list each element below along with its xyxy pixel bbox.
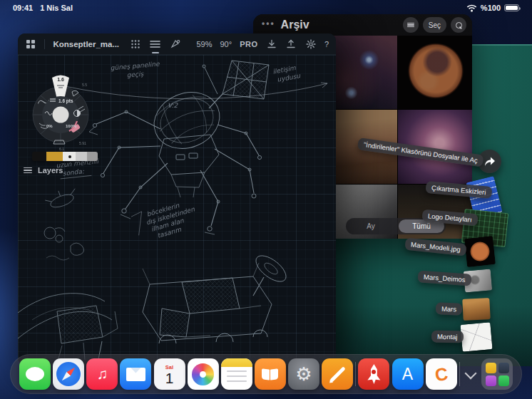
flower-icon (192, 363, 214, 385)
dock-collapse-button[interactable] (462, 366, 479, 383)
window-menu-button[interactable]: ••• (262, 19, 275, 28)
grid-2x2-icon (26, 39, 36, 49)
file-thumb-mars-model[interactable] (464, 236, 496, 267)
archive-title: Arşiv (281, 19, 310, 31)
app-menu-button[interactable] (25, 38, 36, 51)
svg-text:geçiş: geçiş (126, 70, 144, 78)
dock-app-books[interactable] (255, 358, 286, 390)
layers-label: Layers (38, 166, 63, 175)
dock-app-music[interactable] (86, 358, 118, 390)
import-button[interactable] (265, 38, 277, 51)
dock-app-messages[interactable] (19, 358, 51, 390)
tool-wheel-center[interactable] (53, 107, 69, 123)
import-icon (267, 39, 277, 49)
layers-icon (24, 166, 32, 175)
stroke-tool-button[interactable] (169, 38, 180, 51)
search-icon (456, 22, 462, 28)
swatch-light-gray[interactable] (76, 152, 87, 161)
select-button[interactable]: Seç (423, 17, 446, 33)
layers-toggle[interactable]: Layers (24, 166, 63, 175)
dock-app-rocket[interactable] (358, 358, 389, 390)
dock-app-library[interactable] (481, 358, 513, 390)
stroke-size-value: 1.6 pts (58, 98, 73, 104)
drawing-canvas[interactable]: güneş paneline geçiş iletişim uydusu V:2… (18, 55, 336, 365)
share-forward-icon (484, 156, 496, 167)
wifi-icon (466, 4, 477, 12)
appstore-icon (402, 365, 413, 384)
precision-grid-button[interactable] (130, 38, 141, 51)
dock-app-mail[interactable] (120, 358, 151, 390)
list-icon (407, 21, 414, 28)
pro-badge[interactable]: PRO (240, 40, 257, 48)
canvas-rotation[interactable]: 90° (220, 40, 232, 48)
file-thumb-montaj[interactable] (460, 322, 492, 352)
tool-wheel[interactable]: 1.6 5.5 5.91 6.1 (26, 71, 98, 157)
annotation-satellite-note: iletişim uydusu (272, 63, 302, 83)
svg-text:güneş paneline: güneş paneline (110, 60, 160, 71)
export-button[interactable] (285, 38, 297, 51)
status-time: 09:41 (13, 4, 33, 12)
file-label-montaj[interactable]: Montaj (431, 331, 464, 343)
music-note-icon (96, 366, 108, 383)
compass-icon (56, 362, 81, 386)
file-label-mars[interactable]: Mars (436, 302, 463, 315)
status-date: 1 Nis Sal (40, 4, 73, 12)
swatch-black[interactable] (32, 152, 46, 161)
stacked-lines-icon (150, 40, 160, 48)
ipad-screen: 09:41 1 Nis Sal %100 ••• Arşiv Seç (0, 0, 532, 399)
dock-app-calendar[interactable]: Sal 1 (154, 358, 185, 390)
swatch-gold[interactable] (46, 152, 63, 161)
gear-icon (306, 39, 316, 49)
dock-app-concepts[interactable] (322, 358, 353, 390)
export-icon (286, 39, 296, 49)
layers-panel-button[interactable] (150, 38, 161, 51)
dock: Sal 1 (10, 354, 522, 394)
dock-divider (355, 362, 356, 386)
dock-app-settings[interactable] (288, 358, 319, 390)
app-library-tile (486, 375, 496, 386)
dock-app-notes[interactable] (221, 358, 252, 390)
calendar-day: 1 (165, 370, 174, 386)
envelope-icon (126, 368, 145, 381)
open-book-icon (262, 369, 278, 380)
app-library-tile (486, 363, 496, 373)
notes-icon (221, 358, 252, 367)
svg-text:sonda:: sonda: (62, 167, 85, 177)
chat-bubble-icon (26, 367, 44, 381)
app-library-tile (498, 363, 509, 373)
document-title[interactable]: Konseptler_ma... (53, 40, 119, 48)
svg-text:5.5: 5.5 (82, 83, 87, 87)
pod-sketches (44, 185, 83, 260)
battery-icon (504, 4, 519, 11)
search-button[interactable] (451, 17, 466, 33)
segment-month[interactable]: Ay (346, 222, 396, 230)
battery-percent: %100 (481, 4, 501, 12)
opacity-min: 0% (46, 124, 53, 128)
color-swatch-bar[interactable] (32, 152, 98, 161)
crayon-icon (435, 364, 448, 385)
dock-app-appstore[interactable] (392, 358, 424, 390)
concepts-window: Konseptler_ma... 59% 90° PRO ? (18, 33, 336, 365)
gear-icon (295, 365, 312, 383)
dock-divider (459, 362, 460, 386)
rocket-icon (367, 364, 381, 384)
file-thumb-mars[interactable] (462, 298, 491, 321)
concepts-toolbar: Konseptler_ma... 59% 90° PRO ? (18, 33, 336, 55)
settings-button[interactable] (305, 38, 316, 51)
svg-text:6.1: 6.1 (59, 147, 64, 151)
pen-nib-icon (170, 39, 180, 49)
zoom-level[interactable]: 59% (196, 40, 212, 48)
swatch-white-selected[interactable] (63, 152, 76, 161)
grid-dots-icon (131, 39, 140, 49)
app-library-tile (498, 375, 509, 386)
view-options-button[interactable] (403, 17, 419, 33)
swatch-gray[interactable] (87, 152, 98, 161)
dock-app-crayon[interactable] (426, 358, 457, 390)
help-button[interactable]: ? (324, 40, 329, 48)
annotation-design-note: böceklerin dış iskeletinden ilham alan t… (131, 197, 200, 245)
archive-header: ••• Arşiv Seç (253, 14, 472, 36)
dock-app-photos[interactable] (188, 358, 219, 390)
dock-app-safari[interactable] (53, 358, 84, 390)
rover-sketch (143, 251, 290, 343)
photo-mars-planet[interactable] (398, 36, 472, 109)
